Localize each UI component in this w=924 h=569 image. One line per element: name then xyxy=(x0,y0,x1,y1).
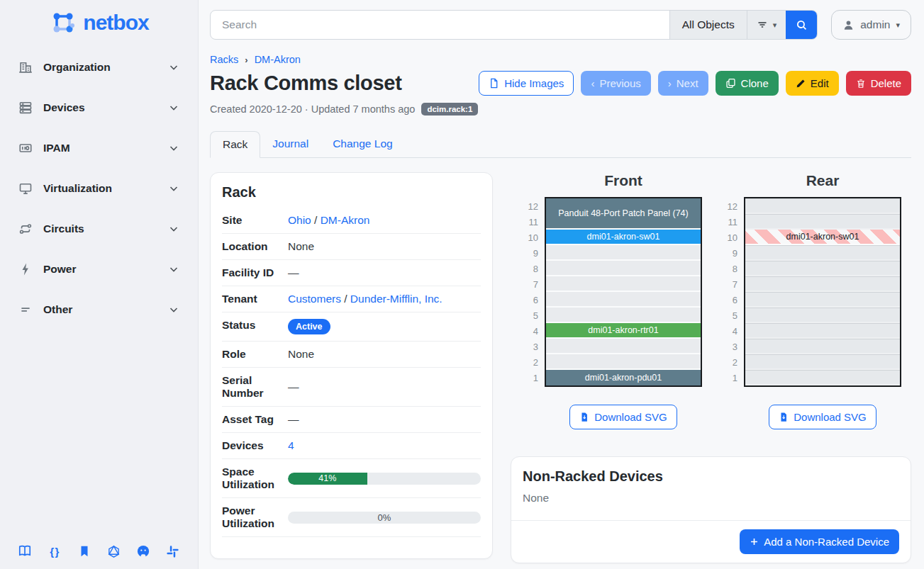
sidebar-item-organization[interactable]: Organization xyxy=(0,47,198,87)
table-row: Facility ID — xyxy=(222,260,481,286)
site-link[interactable]: DM-Akron xyxy=(321,214,370,226)
graphql-icon[interactable] xyxy=(106,543,121,559)
site-label: Site xyxy=(222,208,288,234)
rack-empty-slot[interactable] xyxy=(546,292,701,308)
rack-empty-slot[interactable] xyxy=(745,214,900,230)
right-column: Front 121110987654321 Panduit 48-Port Pa… xyxy=(511,172,911,563)
api-docs-bookmark-icon[interactable] xyxy=(77,543,92,559)
docs-book-icon[interactable] xyxy=(17,543,33,559)
clone-label: Clone xyxy=(741,77,769,89)
rack-empty-slot[interactable] xyxy=(745,308,900,323)
rack-empty-slot[interactable] xyxy=(745,261,900,276)
sidebar-item-virtualization[interactable]: Virtualization xyxy=(0,168,198,208)
circuit-icon xyxy=(18,222,33,236)
rack-device[interactable]: dmi01-akron-pdu01 xyxy=(546,370,701,385)
table-row: Role None xyxy=(222,342,481,368)
add-non-racked-device-label: Add a Non-Racked Device xyxy=(764,536,889,548)
sidebar-item-other[interactable]: Other xyxy=(0,289,198,329)
tab-change-log[interactable]: Change Log xyxy=(321,131,404,158)
devices-count-link[interactable]: 4 xyxy=(288,439,294,451)
rear-download-svg-button[interactable]: Download SVG xyxy=(769,405,876,429)
left-column: Rack Site Ohio / DM-Akron Location None … xyxy=(210,172,493,569)
caret-down-icon: ▾ xyxy=(896,21,900,30)
site-region-link[interactable]: Ohio xyxy=(288,214,311,226)
table-row: Tenant Customers / Dunder-Mifflin, Inc. xyxy=(222,286,481,312)
hide-images-button[interactable]: Hide Images xyxy=(479,71,574,96)
pencil-icon xyxy=(796,79,806,89)
copy-icon xyxy=(725,78,736,89)
sidebar-item-ipam[interactable]: IPAM xyxy=(0,128,198,168)
unit-number: 8 xyxy=(733,261,737,276)
rack-empty-slot[interactable] xyxy=(745,370,900,385)
sidebar-item-circuits[interactable]: Circuits xyxy=(0,208,198,249)
rack-card-title: Rack xyxy=(222,184,481,201)
rack-empty-slot[interactable] xyxy=(745,323,900,339)
download-svg-label: Download SVG xyxy=(794,411,867,423)
breadcrumb-site[interactable]: DM-Akron xyxy=(255,54,301,65)
rest-api-braces-icon[interactable]: { } xyxy=(47,543,62,559)
rack-device[interactable]: dmi01-akron-sw01 xyxy=(546,230,701,245)
rack-empty-slot[interactable] xyxy=(546,245,701,261)
next-button[interactable]: › Next xyxy=(658,71,708,96)
space-utilization-bar: 41% xyxy=(288,473,481,485)
asset-tag-label: Asset Tag xyxy=(222,407,288,433)
rack-empty-slot[interactable] xyxy=(745,198,900,214)
rack-device[interactable]: Panduit 48-Port Patch Panel (74) xyxy=(546,198,701,230)
front-unit-numbers: 121110987654321 xyxy=(521,197,545,387)
filter-icon xyxy=(757,19,768,30)
unit-number: 7 xyxy=(733,276,737,292)
action-buttons: Hide Images ‹ Previous › Next Clone Edit… xyxy=(479,71,911,96)
rack-empty-slot[interactable] xyxy=(745,276,900,292)
user-icon xyxy=(842,19,855,31)
breadcrumb-racks[interactable]: Racks xyxy=(210,54,238,65)
hide-images-label: Hide Images xyxy=(504,77,564,89)
tenant-group-link[interactable]: Customers xyxy=(288,293,341,305)
table-row: Space Utilization 41% xyxy=(222,459,481,498)
slack-icon[interactable] xyxy=(165,543,181,559)
sidebar-item-devices[interactable]: Devices xyxy=(0,87,198,128)
rack-empty-slot[interactable] xyxy=(745,245,900,261)
power-utilization-label: Power Utilization xyxy=(222,498,288,537)
username: admin xyxy=(860,18,890,31)
search-input[interactable] xyxy=(211,11,669,39)
sidebar-item-power[interactable]: Power xyxy=(0,249,198,289)
unit-number: 3 xyxy=(733,339,737,354)
unit-number: 6 xyxy=(533,292,538,308)
rack-empty-slot[interactable] xyxy=(546,276,701,292)
tenant-link[interactable]: Dunder-Mifflin, Inc. xyxy=(350,293,442,305)
front-elevation: Front 121110987654321 Panduit 48-Port Pa… xyxy=(521,172,702,429)
front-elevation-title: Front xyxy=(545,172,702,189)
rack-empty-slot[interactable] xyxy=(546,308,701,323)
rack-empty-slot[interactable] xyxy=(745,339,900,354)
asset-tag-value: — xyxy=(288,407,481,433)
rack-empty-slot[interactable] xyxy=(745,354,900,370)
page-title: Rack Comms closet xyxy=(210,72,402,95)
chevron-down-icon xyxy=(168,102,179,113)
clone-button[interactable]: Clone xyxy=(716,71,779,96)
rack-details-table: Site Ohio / DM-Akron Location None Facil… xyxy=(222,208,481,537)
previous-button[interactable]: ‹ Previous xyxy=(581,71,650,96)
rack-empty-slot[interactable] xyxy=(546,261,701,276)
table-row: Devices 4 xyxy=(222,433,481,459)
object-type-selector[interactable]: All Objects xyxy=(669,11,747,39)
netbox-logo[interactable]: netbox xyxy=(0,0,198,47)
tab-rack[interactable]: Rack xyxy=(210,131,260,158)
rack-empty-slot[interactable] xyxy=(546,339,701,354)
add-non-racked-device-button[interactable]: Add a Non-Racked Device xyxy=(740,529,899,554)
front-download-svg-button[interactable]: Download SVG xyxy=(569,405,677,429)
delete-button[interactable]: Delete xyxy=(846,71,911,96)
search-filter-dropdown[interactable]: ▾ xyxy=(747,11,786,39)
bolt-icon xyxy=(18,262,33,276)
user-menu-button[interactable]: admin ▾ xyxy=(831,10,911,40)
rack-elevations: Front 121110987654321 Panduit 48-Port Pa… xyxy=(511,172,911,429)
table-row: Serial Number — xyxy=(222,368,481,407)
tab-journal[interactable]: Journal xyxy=(260,131,321,158)
search-button[interactable] xyxy=(786,11,817,39)
rack-device[interactable]: dmi01-akron-rtr01 xyxy=(546,323,701,339)
chevron-down-icon xyxy=(168,142,179,154)
rack-device[interactable]: dmi01-akron-sw01 xyxy=(745,230,900,245)
github-icon[interactable] xyxy=(135,543,151,559)
edit-button[interactable]: Edit xyxy=(786,71,839,96)
rack-empty-slot[interactable] xyxy=(546,354,701,370)
rack-empty-slot[interactable] xyxy=(745,292,900,308)
